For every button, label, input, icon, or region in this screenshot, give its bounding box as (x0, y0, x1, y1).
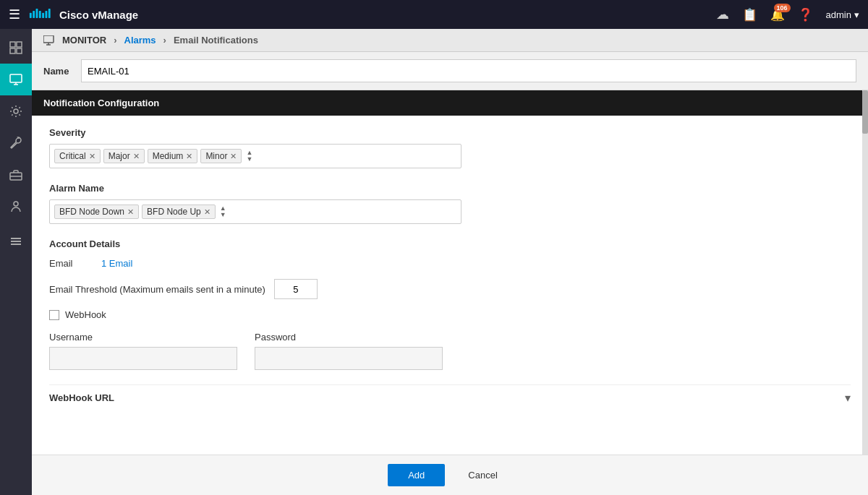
svg-rect-2 (36, 9, 38, 18)
wrench-icon (9, 137, 22, 150)
tag-medium-close[interactable]: ✕ (186, 152, 192, 160)
name-row: Name (32, 52, 868, 90)
sidebar-item-briefcase[interactable] (0, 159, 32, 191)
tag-major-text: Major (109, 151, 130, 161)
tag-medium-text: Medium (153, 151, 184, 161)
email-label: Email (49, 258, 93, 269)
breadcrumb-arrow: › (163, 35, 166, 46)
password-label: Password (255, 332, 443, 343)
monitor-small-icon (43, 35, 55, 46)
footer-bar: Add Cancel (32, 455, 868, 495)
brand-logo: Cisco vManage (27, 7, 138, 22)
webhook-checkbox[interactable] (49, 310, 59, 320)
hamburger-icon[interactable]: ☰ (9, 7, 20, 22)
username-field: Username (49, 332, 237, 370)
monitor-icon (9, 73, 22, 86)
admin-menu[interactable]: admin ▾ (826, 9, 859, 20)
account-details-label: Account Details (49, 238, 851, 249)
severity-spinner[interactable]: ▲ ▼ (246, 150, 252, 163)
alarm-name-tag-input[interactable]: BFD Node Down ✕ BFD Node Up ✕ ▲ ▼ (49, 199, 461, 224)
tag-medium: Medium ✕ (148, 149, 198, 163)
tag-minor-text: Minor (205, 151, 227, 161)
cisco-svg-logo (27, 7, 54, 22)
svg-rect-20 (11, 244, 21, 245)
cloud-icon[interactable]: ☁ (716, 7, 729, 22)
admin-label: admin (826, 9, 851, 20)
tag-major: Major ✕ (103, 149, 145, 163)
notifications-bell[interactable]: 🔔 106 (770, 8, 785, 22)
tag-bfd-node-up-text: BFD Node Up (147, 207, 201, 217)
sidebar-item-grid[interactable] (0, 32, 32, 64)
severity-group: Severity Critical ✕ Major ✕ Medium ✕ (49, 127, 851, 168)
scrollbar-track (862, 90, 868, 455)
sidebar-item-layers[interactable] (0, 225, 32, 257)
svg-rect-10 (17, 48, 22, 53)
threshold-row: Email Threshold (Maximum emails sent in … (49, 279, 851, 299)
breadcrumb-alarms-link[interactable]: Alarms (124, 35, 156, 46)
threshold-label: Email Threshold (Maximum emails sent in … (49, 284, 265, 295)
name-label: Name (43, 66, 72, 77)
add-button[interactable]: Add (388, 464, 445, 486)
gear-icon (9, 105, 22, 118)
form-scroll: Notification Configuration Severity Crit… (32, 90, 868, 455)
credentials-row: Username Password (49, 332, 851, 370)
tag-critical-close[interactable]: ✕ (89, 152, 95, 160)
sidebar-item-monitor[interactable] (0, 64, 32, 95)
tag-major-close[interactable]: ✕ (133, 152, 140, 160)
tag-bfd-node-up-close[interactable]: ✕ (204, 208, 210, 216)
svg-rect-11 (10, 74, 22, 82)
svg-rect-5 (45, 11, 47, 18)
notification-badge: 106 (774, 4, 791, 12)
tag-minor: Minor ✕ (200, 149, 242, 163)
webhook-url-row[interactable]: WebHook URL ▾ (49, 384, 851, 410)
chevron-down-icon: ▾ (854, 9, 859, 20)
form-content: Severity Critical ✕ Major ✕ Medium ✕ (32, 116, 868, 422)
tag-bfd-node-up: BFD Node Up ✕ (142, 205, 216, 219)
svg-rect-21 (43, 35, 54, 43)
email-row: Email 1 Email (49, 258, 851, 269)
cancel-button[interactable]: Cancel (454, 464, 511, 486)
svg-rect-3 (39, 11, 41, 18)
clipboard-icon[interactable]: 📋 (742, 7, 757, 22)
tag-minor-close[interactable]: ✕ (230, 152, 237, 160)
email-value-link[interactable]: 1 Email (101, 258, 132, 269)
name-input[interactable] (81, 59, 856, 82)
severity-tag-input[interactable]: Critical ✕ Major ✕ Medium ✕ Minor (49, 144, 461, 168)
help-icon[interactable]: ❓ (798, 7, 813, 22)
password-field: Password (255, 332, 443, 370)
tag-bfd-node-down: BFD Node Down ✕ (54, 205, 139, 219)
svg-point-17 (14, 202, 18, 206)
svg-rect-1 (33, 11, 35, 18)
scrollbar-thumb[interactable] (862, 90, 868, 134)
threshold-input[interactable] (274, 279, 318, 299)
breadcrumb-current: Email Notifications (174, 35, 258, 46)
svg-rect-19 (11, 241, 21, 242)
alarm-name-group: Alarm Name BFD Node Down ✕ BFD Node Up ✕… (49, 183, 851, 224)
severity-label: Severity (49, 127, 851, 138)
webhook-url-expand-icon[interactable]: ▾ (845, 391, 851, 405)
alarm-name-label: Alarm Name (49, 183, 851, 194)
breadcrumb-separator: › (114, 35, 116, 46)
sidebar (0, 29, 32, 495)
svg-rect-18 (11, 238, 21, 239)
breadcrumb-monitor: MONITOR (62, 35, 106, 46)
password-input[interactable] (255, 347, 443, 370)
username-input[interactable] (49, 347, 237, 370)
layers-icon (9, 235, 22, 248)
tag-bfd-node-down-close[interactable]: ✕ (127, 208, 134, 216)
section-header: Notification Configuration (32, 90, 868, 116)
svg-rect-4 (42, 13, 44, 18)
topbar: ☰ Cisco vManage ☁ 📋 🔔 106 ❓ admin ▾ (0, 0, 868, 29)
alarm-name-spinner[interactable]: ▲ ▼ (220, 205, 226, 218)
app-title: Cisco vManage (59, 9, 138, 21)
tag-bfd-node-down-text: BFD Node Down (59, 207, 124, 217)
username-label: Username (49, 332, 237, 343)
svg-point-14 (14, 109, 18, 113)
webhook-label: WebHook (65, 309, 106, 320)
svg-rect-6 (48, 9, 51, 18)
svg-rect-8 (17, 42, 22, 47)
sidebar-item-tools[interactable] (0, 127, 32, 159)
sidebar-item-users[interactable] (0, 191, 32, 223)
sidebar-item-settings[interactable] (0, 95, 32, 127)
tag-critical-text: Critical (59, 151, 86, 161)
